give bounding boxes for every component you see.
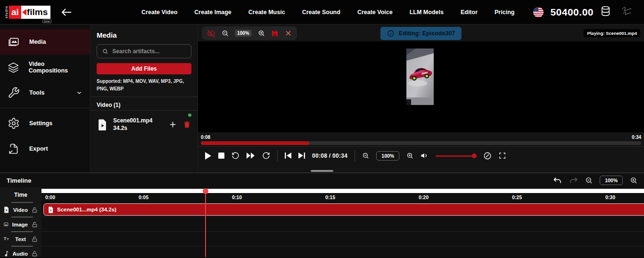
add-to-timeline-button[interactable] bbox=[169, 121, 177, 129]
credits-balance: 50400.00 bbox=[550, 7, 594, 18]
lock-icon bbox=[32, 207, 38, 213]
ruler-scrub-strip[interactable] bbox=[41, 189, 644, 193]
player-zoom-out-button[interactable] bbox=[362, 152, 369, 159]
player-zoom-in-button[interactable] bbox=[406, 152, 413, 159]
volume-button[interactable] bbox=[421, 152, 429, 160]
player-zoom-level[interactable]: 100% bbox=[376, 151, 399, 161]
zoom-in-icon bbox=[630, 177, 637, 184]
lock-icon bbox=[32, 221, 38, 228]
us-flag-icon[interactable] bbox=[533, 7, 544, 17]
lock-image-track-button[interactable] bbox=[32, 221, 38, 228]
video-track-icon bbox=[4, 206, 9, 213]
timeline-header: Timeline 100% bbox=[0, 173, 644, 187]
media-panel-divider bbox=[91, 97, 198, 97]
hide-preview-button[interactable] bbox=[207, 29, 215, 38]
media-file-item[interactable]: Scene001.mp4 34.2s bbox=[97, 111, 191, 137]
editing-status-badge: Editing: Episode307 bbox=[380, 27, 462, 40]
preview-zoom-in-button[interactable] bbox=[258, 30, 265, 37]
media-icon bbox=[8, 36, 20, 48]
skip-start-icon bbox=[285, 153, 291, 159]
nav-create-video[interactable]: Create Video bbox=[141, 9, 177, 16]
sidebar-item-media[interactable]: Media bbox=[0, 29, 90, 55]
play-icon bbox=[205, 152, 211, 160]
search-input[interactable] bbox=[112, 48, 186, 55]
nav-create-voice[interactable]: Create Voice bbox=[357, 9, 393, 16]
lock-video-track-button[interactable] bbox=[32, 207, 38, 213]
signature-icon[interactable] bbox=[618, 5, 636, 19]
back-arrow-icon[interactable] bbox=[61, 8, 72, 17]
playback-speed-button[interactable] bbox=[483, 152, 492, 160]
playhead[interactable] bbox=[203, 188, 208, 257]
sidebar-item-video-compositions[interactable]: Video Compositions bbox=[0, 55, 90, 80]
nav-pricing[interactable]: Pricing bbox=[495, 9, 514, 16]
video-canvas[interactable] bbox=[198, 41, 644, 132]
save-icon bbox=[271, 30, 279, 37]
text-track-icon: TT bbox=[4, 236, 11, 242]
sidebar-item-export[interactable]: Export bbox=[0, 136, 90, 161]
loop-button[interactable] bbox=[262, 152, 270, 160]
playhead-handle[interactable] bbox=[203, 188, 208, 194]
timeline-zoom-in-button[interactable] bbox=[630, 177, 637, 184]
lock-audio-track-button[interactable] bbox=[32, 250, 38, 257]
sidebar-item-tools[interactable]: Tools bbox=[0, 80, 90, 105]
video-clip[interactable]: Scene001...mp4 (34.2s) bbox=[43, 203, 644, 216]
fast-forward-button[interactable] bbox=[247, 153, 255, 159]
top-navbar: studio ai films beta Create Video Create… bbox=[0, 0, 644, 25]
timeline-body: Time Video Image TT bbox=[0, 187, 644, 257]
zoom-out-icon bbox=[222, 30, 229, 37]
preview-zoom-out-button[interactable] bbox=[222, 30, 229, 37]
nav-create-music[interactable]: Create Music bbox=[248, 9, 285, 16]
ruler-label: 0:20 bbox=[419, 194, 429, 200]
close-preview-button[interactable] bbox=[285, 30, 292, 37]
track-headers: Time Video Image TT bbox=[0, 187, 41, 257]
image-lane[interactable] bbox=[41, 217, 644, 232]
timeline-ruler[interactable]: 0:00 0:05 0:10 0:15 0:20 0:25 0:30 bbox=[41, 187, 644, 202]
track-header-video: Video bbox=[0, 202, 41, 217]
volume-slider[interactable] bbox=[436, 153, 476, 158]
track-header-audio: Audio bbox=[0, 246, 41, 257]
fullscreen-button[interactable] bbox=[499, 152, 506, 159]
lock-text-track-button[interactable] bbox=[32, 236, 38, 242]
restart-button[interactable] bbox=[231, 152, 239, 160]
search-icon bbox=[102, 48, 108, 55]
text-lane[interactable] bbox=[41, 232, 644, 246]
undo-button[interactable] bbox=[553, 177, 562, 184]
stop-icon bbox=[218, 153, 224, 159]
logo-ai-text: ai bbox=[9, 6, 21, 19]
nav-create-sound[interactable]: Create Sound bbox=[302, 9, 340, 16]
zoom-out-icon bbox=[362, 152, 369, 159]
timeline-zoom-out-button[interactable] bbox=[585, 177, 593, 184]
trash-icon bbox=[183, 121, 190, 129]
panel-resize-handle[interactable] bbox=[311, 170, 333, 172]
logo-triangle-icon bbox=[22, 9, 26, 16]
ruler-label: 0:25 bbox=[512, 194, 522, 200]
audio-track-icon bbox=[4, 250, 8, 257]
time-header-cell: Time bbox=[0, 187, 41, 202]
timeline-title: Timeline bbox=[7, 177, 32, 184]
skip-start-button[interactable] bbox=[285, 153, 291, 159]
skip-end-button[interactable] bbox=[298, 153, 305, 159]
save-button[interactable] bbox=[271, 30, 279, 37]
sidebar-item-settings[interactable]: Settings bbox=[0, 111, 90, 136]
delete-file-button[interactable] bbox=[183, 121, 190, 129]
progress-total-time: 0:34 bbox=[632, 135, 641, 140]
play-button[interactable] bbox=[205, 152, 211, 160]
add-files-button[interactable]: Add Files bbox=[97, 63, 191, 74]
app-logo[interactable]: studio ai films beta bbox=[5, 6, 50, 19]
stop-button[interactable] bbox=[218, 153, 224, 159]
search-box[interactable] bbox=[97, 44, 191, 58]
layers-icon bbox=[8, 61, 19, 73]
seek-bar[interactable] bbox=[201, 141, 641, 145]
loop-icon bbox=[262, 152, 270, 160]
video-lane[interactable]: Scene001...mp4 (34.2s) bbox=[41, 202, 644, 217]
beta-badge: beta bbox=[42, 19, 52, 23]
volume-track bbox=[436, 155, 476, 157]
redo-button[interactable] bbox=[569, 177, 578, 184]
nav-llm-models[interactable]: LLM Models bbox=[410, 9, 444, 16]
nav-editor[interactable]: Editor bbox=[461, 9, 478, 16]
volume-knob[interactable] bbox=[472, 153, 477, 158]
wrench-icon bbox=[8, 87, 20, 99]
nav-create-image[interactable]: Create Image bbox=[194, 9, 231, 16]
audio-lane[interactable] bbox=[41, 246, 644, 257]
timeline-zoom-level[interactable]: 100% bbox=[600, 176, 623, 185]
